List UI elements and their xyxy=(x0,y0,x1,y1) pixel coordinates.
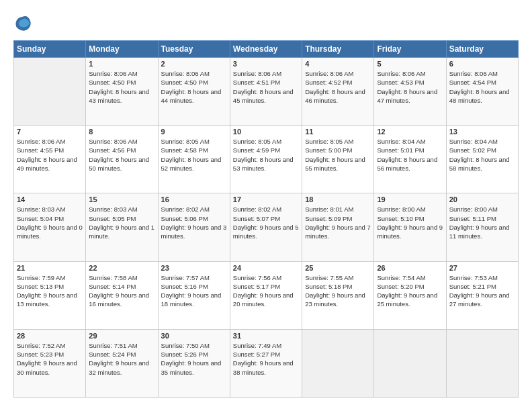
day-info: Sunrise: 8:02 AMSunset: 5:06 PMDaylight:… xyxy=(161,205,227,240)
calendar-cell: 27Sunrise: 7:53 AMSunset: 5:21 PMDayligh… xyxy=(446,261,518,329)
day-number: 6 xyxy=(449,60,515,68)
day-number: 5 xyxy=(377,60,443,68)
calendar-cell xyxy=(374,329,446,397)
day-number: 30 xyxy=(161,332,227,340)
day-number: 24 xyxy=(233,264,299,272)
day-info: Sunrise: 7:50 AMSunset: 5:26 PMDaylight:… xyxy=(161,341,227,377)
day-number: 29 xyxy=(89,332,154,340)
day-info: Sunrise: 7:52 AMSunset: 5:23 PMDaylight:… xyxy=(17,341,83,377)
calendar-cell: 11Sunrise: 8:05 AMSunset: 5:00 PMDayligh… xyxy=(302,126,374,193)
day-info: Sunrise: 8:06 AMSunset: 4:53 PMDaylight:… xyxy=(377,69,443,105)
day-number: 18 xyxy=(305,195,371,203)
calendar-cell: 9Sunrise: 8:05 AMSunset: 4:58 PMDaylight… xyxy=(158,126,230,193)
calendar-cell xyxy=(446,329,518,397)
calendar-cell: 1Sunrise: 8:06 AMSunset: 4:50 PMDaylight… xyxy=(86,58,158,126)
day-info: Sunrise: 7:55 AMSunset: 5:18 PMDaylight:… xyxy=(305,273,371,309)
day-number: 13 xyxy=(449,128,515,136)
calendar-week: 1Sunrise: 8:06 AMSunset: 4:50 PMDaylight… xyxy=(14,58,519,126)
day-info: Sunrise: 7:58 AMSunset: 5:14 PMDaylight:… xyxy=(89,273,154,309)
calendar-cell: 19Sunrise: 8:00 AMSunset: 5:10 PMDayligh… xyxy=(374,193,446,261)
calendar-cell: 15Sunrise: 8:03 AMSunset: 5:05 PMDayligh… xyxy=(86,193,158,261)
day-number: 22 xyxy=(89,264,154,272)
calendar-cell: 26Sunrise: 7:54 AMSunset: 5:20 PMDayligh… xyxy=(374,261,446,329)
day-info: Sunrise: 8:06 AMSunset: 4:56 PMDaylight:… xyxy=(89,137,154,173)
calendar-body: 1Sunrise: 8:06 AMSunset: 4:50 PMDaylight… xyxy=(14,58,519,398)
weekday-header: Tuesday xyxy=(158,41,230,58)
day-number: 28 xyxy=(17,332,83,340)
day-info: Sunrise: 8:00 AMSunset: 5:11 PMDaylight:… xyxy=(449,205,515,240)
day-number: 12 xyxy=(377,128,443,136)
calendar-cell: 17Sunrise: 8:02 AMSunset: 5:07 PMDayligh… xyxy=(230,193,302,261)
day-info: Sunrise: 8:05 AMSunset: 4:58 PMDaylight:… xyxy=(161,137,227,173)
calendar-cell: 7Sunrise: 8:06 AMSunset: 4:55 PMDaylight… xyxy=(14,126,86,193)
day-number: 20 xyxy=(449,195,515,203)
day-info: Sunrise: 8:05 AMSunset: 4:59 PMDaylight:… xyxy=(233,137,299,173)
day-number: 23 xyxy=(161,264,227,272)
calendar-cell: 4Sunrise: 8:06 AMSunset: 4:52 PMDaylight… xyxy=(302,58,374,126)
page: SundayMondayTuesdayWednesdayThursdayFrid… xyxy=(0,0,532,411)
header xyxy=(13,13,519,32)
day-info: Sunrise: 7:54 AMSunset: 5:20 PMDaylight:… xyxy=(377,273,443,309)
calendar-cell: 18Sunrise: 8:01 AMSunset: 5:09 PMDayligh… xyxy=(302,193,374,261)
weekday-header: Sunday xyxy=(14,41,86,58)
day-number: 17 xyxy=(233,195,299,203)
day-number: 10 xyxy=(233,128,299,136)
calendar-cell: 2Sunrise: 8:06 AMSunset: 4:50 PMDaylight… xyxy=(158,58,230,126)
day-info: Sunrise: 8:06 AMSunset: 4:52 PMDaylight:… xyxy=(305,69,371,105)
day-number: 15 xyxy=(89,195,154,203)
calendar-cell: 16Sunrise: 8:02 AMSunset: 5:06 PMDayligh… xyxy=(158,193,230,261)
calendar-cell: 6Sunrise: 8:06 AMSunset: 4:54 PMDaylight… xyxy=(446,58,518,126)
logo xyxy=(13,13,35,32)
day-info: Sunrise: 7:49 AMSunset: 5:27 PMDaylight:… xyxy=(233,341,299,377)
day-number: 11 xyxy=(305,128,371,136)
calendar-cell: 10Sunrise: 8:05 AMSunset: 4:59 PMDayligh… xyxy=(230,126,302,193)
calendar-cell xyxy=(14,58,86,126)
day-info: Sunrise: 7:59 AMSunset: 5:13 PMDaylight:… xyxy=(17,273,83,309)
calendar-cell: 20Sunrise: 8:00 AMSunset: 5:11 PMDayligh… xyxy=(446,193,518,261)
logo-icon xyxy=(13,13,32,32)
day-number: 1 xyxy=(89,60,154,68)
day-number: 9 xyxy=(161,128,227,136)
day-info: Sunrise: 8:00 AMSunset: 5:10 PMDaylight:… xyxy=(377,205,443,240)
calendar: SundayMondayTuesdayWednesdayThursdayFrid… xyxy=(13,40,519,398)
weekday-header: Friday xyxy=(374,41,446,58)
day-info: Sunrise: 7:53 AMSunset: 5:21 PMDaylight:… xyxy=(449,273,515,309)
weekday-header: Monday xyxy=(86,41,158,58)
day-number: 3 xyxy=(233,60,299,68)
calendar-cell: 13Sunrise: 8:04 AMSunset: 5:02 PMDayligh… xyxy=(446,126,518,193)
calendar-cell xyxy=(302,329,374,397)
calendar-cell: 5Sunrise: 8:06 AMSunset: 4:53 PMDaylight… xyxy=(374,58,446,126)
calendar-cell: 14Sunrise: 8:03 AMSunset: 5:04 PMDayligh… xyxy=(14,193,86,261)
day-number: 14 xyxy=(17,195,83,203)
day-info: Sunrise: 8:06 AMSunset: 4:50 PMDaylight:… xyxy=(161,69,227,105)
day-info: Sunrise: 8:04 AMSunset: 5:02 PMDaylight:… xyxy=(449,137,515,173)
day-number: 7 xyxy=(17,128,83,136)
day-info: Sunrise: 8:06 AMSunset: 4:54 PMDaylight:… xyxy=(449,69,515,105)
calendar-cell: 25Sunrise: 7:55 AMSunset: 5:18 PMDayligh… xyxy=(302,261,374,329)
day-number: 4 xyxy=(305,60,371,68)
calendar-cell: 12Sunrise: 8:04 AMSunset: 5:01 PMDayligh… xyxy=(374,126,446,193)
calendar-cell: 8Sunrise: 8:06 AMSunset: 4:56 PMDaylight… xyxy=(86,126,158,193)
day-number: 8 xyxy=(89,128,154,136)
calendar-cell: 3Sunrise: 8:06 AMSunset: 4:51 PMDaylight… xyxy=(230,58,302,126)
calendar-cell: 29Sunrise: 7:51 AMSunset: 5:24 PMDayligh… xyxy=(86,329,158,397)
day-number: 31 xyxy=(233,332,299,340)
calendar-cell: 30Sunrise: 7:50 AMSunset: 5:26 PMDayligh… xyxy=(158,329,230,397)
day-number: 2 xyxy=(161,60,227,68)
weekday-row: SundayMondayTuesdayWednesdayThursdayFrid… xyxy=(14,41,519,58)
weekday-header: Thursday xyxy=(302,41,374,58)
day-info: Sunrise: 8:06 AMSunset: 4:51 PMDaylight:… xyxy=(233,69,299,105)
calendar-cell: 31Sunrise: 7:49 AMSunset: 5:27 PMDayligh… xyxy=(230,329,302,397)
day-info: Sunrise: 8:02 AMSunset: 5:07 PMDaylight:… xyxy=(233,205,299,240)
day-info: Sunrise: 8:01 AMSunset: 5:09 PMDaylight:… xyxy=(305,205,371,240)
day-number: 26 xyxy=(377,264,443,272)
day-info: Sunrise: 7:51 AMSunset: 5:24 PMDaylight:… xyxy=(89,341,154,377)
calendar-week: 21Sunrise: 7:59 AMSunset: 5:13 PMDayligh… xyxy=(14,261,519,329)
day-info: Sunrise: 7:57 AMSunset: 5:16 PMDaylight:… xyxy=(161,273,227,309)
day-number: 16 xyxy=(161,195,227,203)
calendar-header: SundayMondayTuesdayWednesdayThursdayFrid… xyxy=(14,41,519,58)
day-number: 19 xyxy=(377,195,443,203)
day-info: Sunrise: 8:04 AMSunset: 5:01 PMDaylight:… xyxy=(377,137,443,173)
day-number: 21 xyxy=(17,264,83,272)
day-info: Sunrise: 8:03 AMSunset: 5:04 PMDaylight:… xyxy=(17,205,83,240)
